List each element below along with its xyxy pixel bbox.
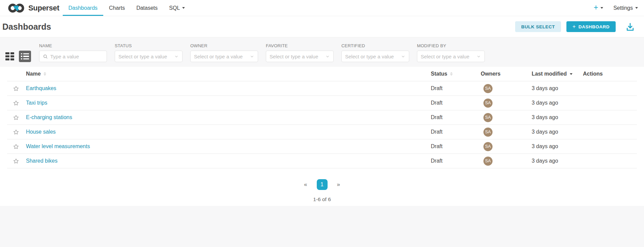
certified-filter-select[interactable]: Select or type a value xyxy=(341,51,409,62)
owner-avatar: SA xyxy=(483,99,493,108)
sort-desc-icon xyxy=(570,73,572,75)
nav-tab-charts[interactable]: Charts xyxy=(103,0,131,16)
favorite-star-icon[interactable] xyxy=(13,114,19,121)
pagination-summary: 1-6 of 6 xyxy=(0,196,644,202)
table-row: Water level measurements Draft SA 3 days… xyxy=(7,139,637,154)
pagination-prev-button[interactable]: « xyxy=(302,180,309,189)
pagination-next-button[interactable]: » xyxy=(335,180,342,189)
status-value: Draft xyxy=(431,85,443,91)
chevron-down-icon xyxy=(250,54,254,59)
nav-tab-sql[interactable]: SQL xyxy=(163,0,191,16)
favorite-filter-select[interactable]: Select or type a value xyxy=(266,51,334,62)
table-row: Taxi trips Draft SA 3 days ago xyxy=(7,96,637,110)
filter-label: OWNER xyxy=(190,43,258,48)
nav-tab-datasets[interactable]: Datasets xyxy=(131,0,163,16)
bulk-select-button[interactable]: BULK SELECT xyxy=(515,21,561,32)
filter-label: MODIFIED BY xyxy=(417,43,485,48)
dashboard-name-link[interactable]: Shared bikes xyxy=(26,158,57,164)
favorite-star-icon[interactable] xyxy=(13,143,19,150)
caret-down-icon xyxy=(182,7,185,9)
new-item-menu-button[interactable]: + xyxy=(594,4,603,11)
nav-right: + Settings xyxy=(594,0,638,16)
owner-avatar: SA xyxy=(483,113,493,122)
modified-by-filter-select[interactable]: Select or type a value xyxy=(417,51,485,62)
filter-label: CERTIFIED xyxy=(341,43,409,48)
top-nav: Superset Dashboards Charts Datasets SQL … xyxy=(0,0,644,16)
filter-certified: CERTIFIED Select or type a value xyxy=(341,43,409,62)
card-view-toggle-icon[interactable] xyxy=(5,52,14,60)
actions-column-header: Actions xyxy=(583,71,637,77)
name-search-input[interactable] xyxy=(50,54,103,59)
filter-bar: NAME STATUS Select or type a value OWNER… xyxy=(0,37,644,67)
status-filter-select[interactable]: Select or type a value xyxy=(115,51,183,62)
filter-status: STATUS Select or type a value xyxy=(115,43,183,62)
filter-favorite: FAVORITE Select or type a value xyxy=(266,43,334,62)
list-view-toggle-icon[interactable] xyxy=(19,51,31,62)
last-modified-value: 3 days ago xyxy=(532,158,558,164)
plus-icon: + xyxy=(594,4,598,11)
dashboards-table: Name Status Owners Last modified Actions xyxy=(7,67,637,168)
pagination-page-1-button[interactable]: 1 xyxy=(317,179,328,190)
status-column-header[interactable]: Status xyxy=(431,71,481,77)
last-modified-column-header[interactable]: Last modified xyxy=(532,71,583,77)
name-column-header[interactable]: Name xyxy=(26,71,431,77)
search-icon xyxy=(43,54,48,59)
nav-spacer xyxy=(191,0,593,16)
filter-owner: OWNER Select or type a value xyxy=(190,43,258,62)
sort-icon xyxy=(450,72,453,76)
last-modified-value: 3 days ago xyxy=(532,100,558,106)
settings-menu-button[interactable]: Settings xyxy=(613,5,638,11)
favorite-star-icon[interactable] xyxy=(13,100,19,106)
sort-icon xyxy=(44,72,46,76)
superset-logo-home-link[interactable]: Superset xyxy=(7,0,59,16)
owner-filter-select[interactable]: Select or type a value xyxy=(190,51,258,62)
dashboard-name-link[interactable]: Water level measurements xyxy=(26,143,90,149)
table-row: Earthquakes Draft SA 3 days ago xyxy=(7,81,637,96)
caret-down-icon xyxy=(635,7,638,9)
table-body: Earthquakes Draft SA 3 days ago Taxi tri… xyxy=(7,81,637,168)
chevron-down-icon xyxy=(401,54,405,59)
favorite-star-icon[interactable] xyxy=(13,85,19,92)
new-dashboard-button[interactable]: + DASHBOARD xyxy=(566,21,616,32)
table-row: Shared bikes Draft SA 3 days ago xyxy=(7,154,637,168)
table-row: House sales Draft SA 3 days ago xyxy=(7,125,637,139)
superset-infinity-logo-icon xyxy=(7,3,25,13)
name-search-box xyxy=(39,51,107,62)
status-value: Draft xyxy=(431,100,443,106)
favorite-star-icon[interactable] xyxy=(13,129,19,135)
chevron-down-icon xyxy=(325,54,330,59)
status-value: Draft xyxy=(431,143,443,149)
brand-name: Superset xyxy=(28,4,59,12)
table-row: E-charging stations Draft SA 3 days ago xyxy=(7,110,637,125)
export-dashboards-button[interactable] xyxy=(625,22,635,32)
chevron-down-icon xyxy=(476,54,481,59)
view-mode-toggle xyxy=(5,51,31,62)
owner-avatar: SA xyxy=(483,84,493,93)
dashboard-name-link[interactable]: E-charging stations xyxy=(26,114,72,120)
page-title: Dashboards xyxy=(2,22,51,32)
owner-avatar: SA xyxy=(483,157,493,166)
dashboard-name-link[interactable]: Taxi trips xyxy=(26,100,47,106)
filter-name: NAME xyxy=(39,43,107,62)
favorite-star-icon[interactable] xyxy=(13,158,19,164)
nav-tab-dashboards[interactable]: Dashboards xyxy=(63,0,103,16)
table-header-row: Name Status Owners Last modified Actions xyxy=(7,67,637,81)
filter-modified-by: MODIFIED BY Select or type a value xyxy=(417,43,485,62)
dashboard-name-link[interactable]: Earthquakes xyxy=(26,85,56,91)
dashboard-name-link[interactable]: House sales xyxy=(26,129,56,135)
status-value: Draft xyxy=(431,129,443,135)
page-header: Dashboards BULK SELECT + DASHBOARD xyxy=(0,16,644,37)
filter-label: FAVORITE xyxy=(266,43,334,48)
filter-label: STATUS xyxy=(115,43,183,48)
owner-avatar: SA xyxy=(483,128,493,137)
owners-column-header: Owners xyxy=(481,71,532,77)
download-icon xyxy=(625,22,635,32)
status-value: Draft xyxy=(431,114,443,120)
last-modified-value: 3 days ago xyxy=(532,85,558,91)
status-value: Draft xyxy=(431,158,443,164)
chevron-down-icon xyxy=(174,54,179,59)
owner-avatar: SA xyxy=(483,142,493,151)
filter-label: NAME xyxy=(39,43,107,48)
last-modified-value: 3 days ago xyxy=(532,114,558,120)
dashboards-list-section: Name Status Owners Last modified Actions xyxy=(0,67,644,206)
